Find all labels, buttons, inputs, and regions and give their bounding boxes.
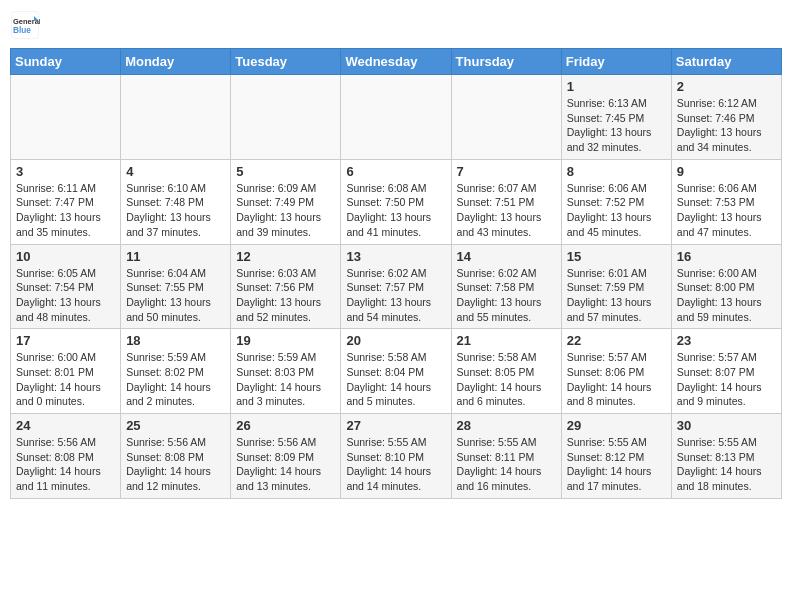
- day-number: 16: [677, 249, 776, 264]
- day-info: Sunrise: 6:09 AM Sunset: 7:49 PM Dayligh…: [236, 181, 335, 240]
- calendar-cell: 2Sunrise: 6:12 AM Sunset: 7:46 PM Daylig…: [671, 75, 781, 160]
- calendar-week-3: 10Sunrise: 6:05 AM Sunset: 7:54 PM Dayli…: [11, 244, 782, 329]
- day-number: 26: [236, 418, 335, 433]
- day-info: Sunrise: 5:55 AM Sunset: 8:13 PM Dayligh…: [677, 435, 776, 494]
- day-number: 19: [236, 333, 335, 348]
- day-number: 17: [16, 333, 115, 348]
- calendar-cell: 16Sunrise: 6:00 AM Sunset: 8:00 PM Dayli…: [671, 244, 781, 329]
- day-number: 11: [126, 249, 225, 264]
- calendar-cell: 20Sunrise: 5:58 AM Sunset: 8:04 PM Dayli…: [341, 329, 451, 414]
- day-info: Sunrise: 6:04 AM Sunset: 7:55 PM Dayligh…: [126, 266, 225, 325]
- day-number: 28: [457, 418, 556, 433]
- day-number: 18: [126, 333, 225, 348]
- day-number: 9: [677, 164, 776, 179]
- day-number: 22: [567, 333, 666, 348]
- calendar-cell: 12Sunrise: 6:03 AM Sunset: 7:56 PM Dayli…: [231, 244, 341, 329]
- calendar-cell: 29Sunrise: 5:55 AM Sunset: 8:12 PM Dayli…: [561, 414, 671, 499]
- day-info: Sunrise: 5:56 AM Sunset: 8:08 PM Dayligh…: [16, 435, 115, 494]
- calendar-cell: 4Sunrise: 6:10 AM Sunset: 7:48 PM Daylig…: [121, 159, 231, 244]
- day-number: 13: [346, 249, 445, 264]
- calendar-cell: [231, 75, 341, 160]
- logo: General Blue: [10, 10, 40, 40]
- day-number: 24: [16, 418, 115, 433]
- calendar-cell: 30Sunrise: 5:55 AM Sunset: 8:13 PM Dayli…: [671, 414, 781, 499]
- day-info: Sunrise: 5:59 AM Sunset: 8:03 PM Dayligh…: [236, 350, 335, 409]
- calendar-cell: 28Sunrise: 5:55 AM Sunset: 8:11 PM Dayli…: [451, 414, 561, 499]
- calendar-cell: 25Sunrise: 5:56 AM Sunset: 8:08 PM Dayli…: [121, 414, 231, 499]
- calendar-cell: 9Sunrise: 6:06 AM Sunset: 7:53 PM Daylig…: [671, 159, 781, 244]
- day-info: Sunrise: 5:58 AM Sunset: 8:05 PM Dayligh…: [457, 350, 556, 409]
- day-number: 8: [567, 164, 666, 179]
- calendar-cell: 6Sunrise: 6:08 AM Sunset: 7:50 PM Daylig…: [341, 159, 451, 244]
- calendar-week-4: 17Sunrise: 6:00 AM Sunset: 8:01 PM Dayli…: [11, 329, 782, 414]
- calendar-table: SundayMondayTuesdayWednesdayThursdayFrid…: [10, 48, 782, 499]
- weekday-friday: Friday: [561, 49, 671, 75]
- calendar-cell: 3Sunrise: 6:11 AM Sunset: 7:47 PM Daylig…: [11, 159, 121, 244]
- day-info: Sunrise: 6:02 AM Sunset: 7:58 PM Dayligh…: [457, 266, 556, 325]
- day-info: Sunrise: 5:55 AM Sunset: 8:12 PM Dayligh…: [567, 435, 666, 494]
- day-info: Sunrise: 6:03 AM Sunset: 7:56 PM Dayligh…: [236, 266, 335, 325]
- day-info: Sunrise: 6:05 AM Sunset: 7:54 PM Dayligh…: [16, 266, 115, 325]
- calendar-cell: 13Sunrise: 6:02 AM Sunset: 7:57 PM Dayli…: [341, 244, 451, 329]
- day-info: Sunrise: 6:12 AM Sunset: 7:46 PM Dayligh…: [677, 96, 776, 155]
- page-header: General Blue: [10, 10, 782, 40]
- calendar-cell: 26Sunrise: 5:56 AM Sunset: 8:09 PM Dayli…: [231, 414, 341, 499]
- logo-icon: General Blue: [10, 10, 40, 40]
- day-number: 2: [677, 79, 776, 94]
- day-number: 23: [677, 333, 776, 348]
- day-info: Sunrise: 5:55 AM Sunset: 8:11 PM Dayligh…: [457, 435, 556, 494]
- weekday-monday: Monday: [121, 49, 231, 75]
- day-number: 27: [346, 418, 445, 433]
- weekday-thursday: Thursday: [451, 49, 561, 75]
- calendar-cell: 21Sunrise: 5:58 AM Sunset: 8:05 PM Dayli…: [451, 329, 561, 414]
- weekday-tuesday: Tuesday: [231, 49, 341, 75]
- day-number: 30: [677, 418, 776, 433]
- calendar-cell: 8Sunrise: 6:06 AM Sunset: 7:52 PM Daylig…: [561, 159, 671, 244]
- calendar-week-1: 1Sunrise: 6:13 AM Sunset: 7:45 PM Daylig…: [11, 75, 782, 160]
- svg-text:Blue: Blue: [13, 26, 31, 35]
- day-info: Sunrise: 6:06 AM Sunset: 7:52 PM Dayligh…: [567, 181, 666, 240]
- day-number: 4: [126, 164, 225, 179]
- calendar-cell: 5Sunrise: 6:09 AM Sunset: 7:49 PM Daylig…: [231, 159, 341, 244]
- day-info: Sunrise: 6:06 AM Sunset: 7:53 PM Dayligh…: [677, 181, 776, 240]
- day-number: 10: [16, 249, 115, 264]
- day-number: 6: [346, 164, 445, 179]
- day-number: 12: [236, 249, 335, 264]
- day-info: Sunrise: 6:11 AM Sunset: 7:47 PM Dayligh…: [16, 181, 115, 240]
- calendar-cell: [341, 75, 451, 160]
- day-number: 1: [567, 79, 666, 94]
- calendar-cell: 15Sunrise: 6:01 AM Sunset: 7:59 PM Dayli…: [561, 244, 671, 329]
- calendar-cell: [451, 75, 561, 160]
- calendar-cell: 24Sunrise: 5:56 AM Sunset: 8:08 PM Dayli…: [11, 414, 121, 499]
- calendar-week-5: 24Sunrise: 5:56 AM Sunset: 8:08 PM Dayli…: [11, 414, 782, 499]
- svg-text:General: General: [13, 17, 40, 26]
- calendar-cell: [11, 75, 121, 160]
- weekday-header-row: SundayMondayTuesdayWednesdayThursdayFrid…: [11, 49, 782, 75]
- calendar-cell: 19Sunrise: 5:59 AM Sunset: 8:03 PM Dayli…: [231, 329, 341, 414]
- weekday-sunday: Sunday: [11, 49, 121, 75]
- calendar-cell: 11Sunrise: 6:04 AM Sunset: 7:55 PM Dayli…: [121, 244, 231, 329]
- calendar-cell: [121, 75, 231, 160]
- day-info: Sunrise: 6:00 AM Sunset: 8:01 PM Dayligh…: [16, 350, 115, 409]
- day-info: Sunrise: 6:02 AM Sunset: 7:57 PM Dayligh…: [346, 266, 445, 325]
- calendar-cell: 17Sunrise: 6:00 AM Sunset: 8:01 PM Dayli…: [11, 329, 121, 414]
- weekday-wednesday: Wednesday: [341, 49, 451, 75]
- day-info: Sunrise: 5:59 AM Sunset: 8:02 PM Dayligh…: [126, 350, 225, 409]
- calendar-cell: 14Sunrise: 6:02 AM Sunset: 7:58 PM Dayli…: [451, 244, 561, 329]
- day-info: Sunrise: 6:07 AM Sunset: 7:51 PM Dayligh…: [457, 181, 556, 240]
- day-info: Sunrise: 5:57 AM Sunset: 8:07 PM Dayligh…: [677, 350, 776, 409]
- day-info: Sunrise: 6:01 AM Sunset: 7:59 PM Dayligh…: [567, 266, 666, 325]
- day-number: 3: [16, 164, 115, 179]
- day-number: 5: [236, 164, 335, 179]
- day-info: Sunrise: 5:56 AM Sunset: 8:08 PM Dayligh…: [126, 435, 225, 494]
- day-info: Sunrise: 6:08 AM Sunset: 7:50 PM Dayligh…: [346, 181, 445, 240]
- day-number: 29: [567, 418, 666, 433]
- day-number: 25: [126, 418, 225, 433]
- calendar-cell: 22Sunrise: 5:57 AM Sunset: 8:06 PM Dayli…: [561, 329, 671, 414]
- day-number: 21: [457, 333, 556, 348]
- day-number: 7: [457, 164, 556, 179]
- weekday-saturday: Saturday: [671, 49, 781, 75]
- day-info: Sunrise: 6:13 AM Sunset: 7:45 PM Dayligh…: [567, 96, 666, 155]
- calendar-cell: 7Sunrise: 6:07 AM Sunset: 7:51 PM Daylig…: [451, 159, 561, 244]
- day-info: Sunrise: 5:55 AM Sunset: 8:10 PM Dayligh…: [346, 435, 445, 494]
